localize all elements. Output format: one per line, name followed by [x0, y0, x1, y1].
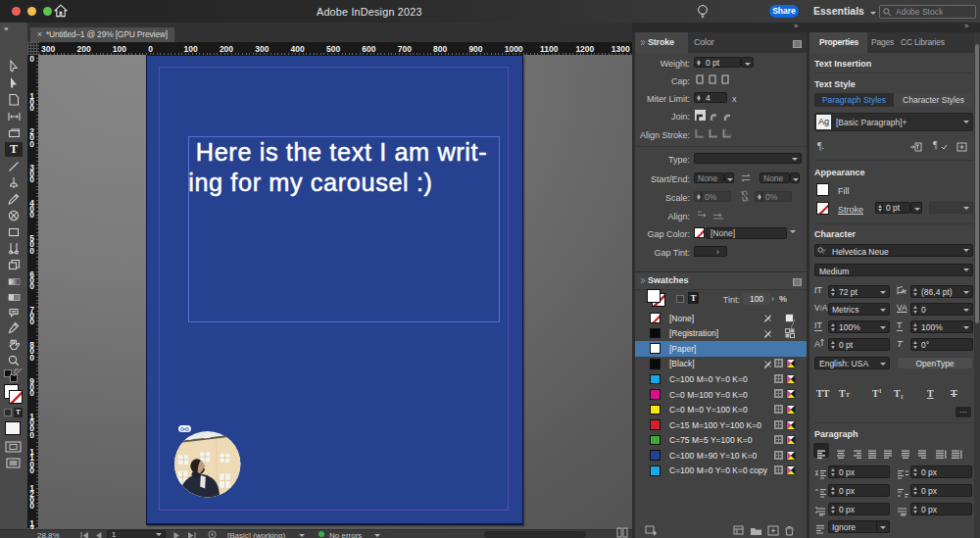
svg-text:A: A — [901, 287, 906, 296]
